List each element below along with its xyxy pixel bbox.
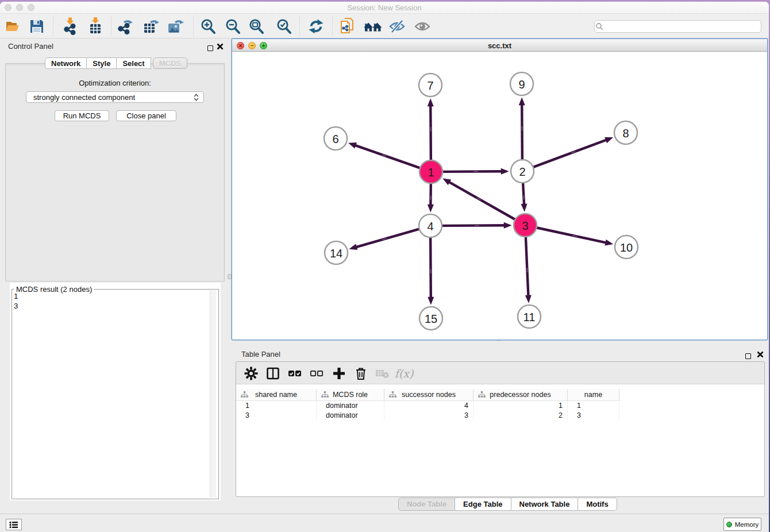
- graph-edge-4-15[interactable]: [430, 237, 431, 298]
- table-panel: Table Panel: [232, 346, 769, 514]
- tab-motifs[interactable]: Motifs: [578, 498, 617, 511]
- tab-edge-table[interactable]: Edge Table: [455, 498, 511, 511]
- table-settings-icon[interactable]: [242, 364, 260, 383]
- hide-panels-icon[interactable]: [387, 17, 407, 36]
- tab-network[interactable]: Network: [45, 57, 87, 69]
- table-row[interactable]: 1dominator411: [236, 401, 764, 411]
- graph-node-label: 2: [519, 165, 525, 178]
- mcds-result-panel: MCDS result (2 nodes) 13: [10, 283, 221, 500]
- tab-network-table[interactable]: Network Table: [511, 498, 579, 511]
- graph-node-label: 14: [330, 247, 342, 260]
- show-panels-icon[interactable]: [413, 17, 432, 36]
- show-columns-icon[interactable]: [264, 364, 282, 383]
- deselect-all-icon[interactable]: [307, 364, 326, 383]
- column-header-name[interactable]: name: [568, 389, 619, 401]
- float-panel-icon[interactable]: [745, 351, 751, 361]
- tab-select[interactable]: Select: [117, 57, 151, 69]
- select-stepper-icon: [194, 94, 199, 101]
- result-item[interactable]: 3: [14, 301, 216, 311]
- graph-edge-4-14[interactable]: [356, 229, 419, 248]
- zoom-in-icon[interactable]: [198, 17, 218, 36]
- graph-edge-2-8[interactable]: [533, 140, 607, 167]
- graph-edge-4-3[interactable]: [442, 225, 505, 226]
- delete-table-icon[interactable]: [373, 364, 391, 383]
- graph-edge-2-9[interactable]: [522, 104, 522, 160]
- network-from-file-icon[interactable]: [338, 17, 357, 36]
- graph-edge-arrowhead: [442, 178, 451, 185]
- vertical-divider-grip[interactable]: [228, 274, 232, 279]
- window-titlebar: Session: New Session: [0, 2, 769, 14]
- graph-node-label: 3: [522, 219, 528, 232]
- network-window-title: scc.txt: [232, 41, 767, 50]
- export-image-icon[interactable]: [165, 17, 185, 36]
- select-all-check-icon[interactable]: [286, 364, 304, 383]
- table-row[interactable]: 3dominator323: [236, 411, 764, 421]
- refresh-view-icon[interactable]: [306, 17, 326, 36]
- table-cell[interactable]: 2: [473, 411, 568, 421]
- graph-edge-3-11[interactable]: [526, 237, 529, 296]
- graph-edge-1-2[interactable]: [442, 171, 502, 172]
- float-panel-icon[interactable]: [207, 43, 213, 53]
- search-input[interactable]: [594, 20, 761, 33]
- tab-style[interactable]: Style: [87, 57, 117, 69]
- mcds-result-list[interactable]: 13: [12, 290, 216, 499]
- close-panel-icon[interactable]: [757, 351, 764, 358]
- column-header-shared-name[interactable]: shared name: [236, 389, 317, 401]
- add-column-icon[interactable]: [330, 364, 348, 383]
- table-cell[interactable]: dominator: [317, 401, 384, 411]
- apply-function-icon[interactable]: f(x): [395, 364, 413, 383]
- control-panel: Control Panel Optimization criterion: st…: [0, 38, 226, 514]
- table-cell[interactable]: 1: [473, 401, 568, 411]
- graph-edge-2-3[interactable]: [523, 183, 524, 205]
- task-history-button[interactable]: [6, 519, 22, 530]
- graph-node-label: 15: [425, 313, 437, 325]
- memory-status-dot: [726, 522, 732, 527]
- zoom-out-icon[interactable]: [223, 17, 242, 36]
- run-mcds-button[interactable]: Run MCDS: [55, 110, 109, 121]
- toolbar-separator: [111, 17, 111, 36]
- delete-column-icon[interactable]: [352, 364, 370, 383]
- graph-edge-arrowhead: [504, 222, 512, 229]
- column-header-successor-nodes[interactable]: successor nodes: [384, 389, 473, 401]
- network-canvas[interactable]: 1234678910111415: [232, 52, 767, 339]
- zoom-selected-icon[interactable]: [274, 17, 294, 36]
- table-cell[interactable]: 4: [384, 401, 473, 411]
- graph-node-label: 8: [622, 127, 629, 140]
- home-pages-icon[interactable]: [363, 17, 383, 36]
- save-session-icon[interactable]: [27, 17, 47, 36]
- close-panel-icon[interactable]: [217, 43, 224, 50]
- tab-node-table[interactable]: Node Table: [398, 498, 455, 511]
- table-cell[interactable]: 3: [236, 411, 317, 421]
- control-panel-title: Control Panel: [8, 42, 53, 51]
- result-scrollbar[interactable]: [210, 290, 216, 498]
- table-cell[interactable]: 3: [568, 411, 619, 421]
- graph-edge-arrowhead: [348, 142, 357, 148]
- table-container: f(x) shared nameMCDS rolesuccessor nodes…: [236, 361, 765, 497]
- graph-edge-arrowhead: [525, 295, 532, 303]
- criterion-select[interactable]: strongly connected component: [26, 91, 204, 103]
- window-title: Session: New Session: [0, 3, 769, 12]
- control-panel-header: Control Panel: [0, 38, 226, 54]
- zoom-fit-icon[interactable]: [247, 17, 266, 36]
- graph-edge-1-7[interactable]: [430, 105, 431, 160]
- graph-edge-3-10[interactable]: [537, 228, 607, 242]
- export-network-icon[interactable]: [116, 17, 135, 36]
- column-header-predecessor-nodes[interactable]: predecessor nodes: [473, 389, 568, 401]
- network-window-titlebar[interactable]: × − + scc.txt: [232, 39, 767, 52]
- column-header-label: predecessor nodes: [490, 391, 550, 399]
- open-session-icon[interactable]: [3, 17, 22, 36]
- graph-edge-1-6[interactable]: [355, 145, 420, 168]
- table-cell[interactable]: dominator: [317, 411, 384, 421]
- column-header-MCDS-role[interactable]: MCDS role: [317, 389, 384, 401]
- tab-mcds[interactable]: MCDS: [153, 57, 187, 69]
- memory-button[interactable]: Memory: [723, 518, 761, 531]
- export-table-icon[interactable]: [141, 17, 160, 36]
- graph-edge-3-1[interactable]: [449, 182, 515, 219]
- close-panel-button[interactable]: Close panel: [116, 110, 176, 121]
- import-table-icon[interactable]: [86, 17, 105, 36]
- table-cell[interactable]: 3: [384, 411, 473, 421]
- table-cell[interactable]: 1: [236, 401, 317, 411]
- column-header-label: successor nodes: [402, 391, 456, 399]
- import-network-icon[interactable]: [60, 17, 80, 36]
- table-cell[interactable]: 1: [568, 401, 619, 411]
